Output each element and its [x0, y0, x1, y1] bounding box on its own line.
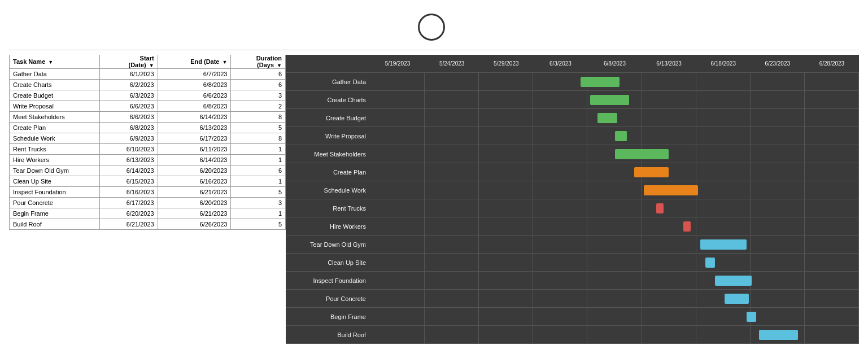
task-start-cell: 6/8/2023 [100, 123, 158, 133]
gantt-row-label: Create Charts [286, 97, 370, 103]
gantt-bar [683, 221, 691, 232]
task-name-cell: Tear Down Old Gym [10, 165, 100, 176]
gantt-chart: 5/19/20235/24/20235/29/20236/3/20236/8/2… [286, 55, 859, 344]
task-start-cell: 6/3/2023 [100, 90, 158, 101]
gantt-row: Gather Data [286, 73, 859, 91]
gantt-row-label: Gather Data [286, 78, 370, 85]
gantt-row: Clean Up Site [286, 254, 859, 272]
task-name-cell: Clean Up Site [10, 176, 100, 187]
task-name-cell: Rent Trucks [10, 144, 100, 155]
col-end: End (Date ▼ [158, 55, 231, 69]
task-start-cell: 6/6/2023 [100, 112, 158, 123]
gantt-bar [644, 185, 697, 195]
gantt-bar [597, 113, 617, 123]
gantt-row-label: Inspect Foundation [286, 277, 370, 284]
gantt-row: Build Roof [286, 326, 859, 344]
task-end-cell: 6/21/2023 [158, 187, 231, 198]
gantt-date-label: 5/24/2023 [425, 60, 479, 67]
task-end-cell: 6/6/2023 [158, 90, 231, 101]
task-end-cell: 6/16/2023 [158, 176, 231, 187]
task-start-cell: 6/6/2023 [100, 101, 158, 112]
task-start-cell: 6/17/2023 [100, 198, 158, 208]
task-duration-cell: 5 [231, 219, 286, 230]
task-duration-cell: 8 [231, 112, 286, 123]
gantt-bar-area [370, 272, 859, 289]
gantt-row: Hire Workers [286, 217, 859, 235]
task-duration-cell: 3 [231, 90, 286, 101]
task-name-cell: Create Plan [10, 123, 100, 133]
task-end-cell: 6/20/2023 [158, 198, 231, 208]
gantt-date-label: 6/13/2023 [642, 60, 696, 67]
table-row: Create Charts 6/2/2023 6/8/2023 6 [10, 80, 286, 90]
task-duration-cell: 2 [231, 101, 286, 112]
gantt-row-label: Write Proposal [286, 133, 370, 139]
task-start-cell: 6/2/2023 [100, 80, 158, 90]
gantt-bar [581, 77, 620, 87]
table-row: Clean Up Site 6/15/2023 6/16/2023 1 [10, 176, 286, 187]
gantt-row: Begin Frame [286, 308, 859, 326]
brand-logo [418, 14, 445, 41]
table-row: Meet Stakeholders 6/6/2023 6/14/2023 8 [10, 112, 286, 123]
task-duration-cell: 6 [231, 165, 286, 176]
table-row: Write Proposal 6/6/2023 6/8/2023 2 [10, 101, 286, 112]
task-start-cell: 6/20/2023 [100, 208, 158, 219]
gantt-bar [634, 167, 669, 177]
task-end-cell: 6/11/2023 [158, 144, 231, 155]
gantt-row-label: Rent Trucks [286, 205, 370, 212]
gantt-bar-area [370, 73, 859, 90]
task-name-cell: Build Roof [10, 219, 100, 230]
gantt-bar-area [370, 181, 859, 199]
table-row: Create Budget 6/3/2023 6/6/2023 3 [10, 90, 286, 101]
task-start-cell: 6/1/2023 [100, 69, 158, 80]
task-duration-cell: 8 [231, 133, 286, 144]
task-start-cell: 6/15/2023 [100, 176, 158, 187]
task-end-cell: 6/26/2023 [158, 219, 231, 230]
task-name-cell: Create Charts [10, 80, 100, 90]
task-start-cell: 6/9/2023 [100, 133, 158, 144]
table-row: Hire Workers 6/13/2023 6/14/2023 1 [10, 155, 286, 165]
gantt-row-label: Meet Stakeholders [286, 151, 370, 158]
gantt-row-label: Build Roof [286, 332, 370, 338]
gantt-date-label: 5/29/2023 [479, 60, 533, 67]
gantt-bar [725, 294, 749, 304]
gantt-bar-area [370, 109, 859, 127]
gantt-date-label: 6/18/2023 [696, 60, 751, 67]
gantt-date-label: 6/8/2023 [587, 60, 642, 67]
task-duration-cell: 3 [231, 198, 286, 208]
task-table-section: Task Name ▼ Start(Date) ▼ End (Date ▼ Du… [9, 55, 286, 344]
gantt-row: Create Charts [286, 91, 859, 109]
task-start-cell: 6/16/2023 [100, 187, 158, 198]
task-duration-cell: 1 [231, 176, 286, 187]
task-duration-cell: 1 [231, 144, 286, 155]
gantt-row-label: Clean Up Site [286, 259, 370, 266]
task-end-cell: 6/13/2023 [158, 123, 231, 133]
gantt-bar-area [370, 290, 859, 307]
task-start-cell: 6/10/2023 [100, 144, 158, 155]
gantt-bar [747, 312, 756, 322]
task-name-cell: Gather Data [10, 69, 100, 80]
main-content: Task Name ▼ Start(Date) ▼ End (Date ▼ Du… [0, 55, 868, 353]
table-row: Rent Trucks 6/10/2023 6/11/2023 1 [10, 144, 286, 155]
gantt-bar [615, 149, 669, 159]
task-name-cell: Pour Concrete [10, 198, 100, 208]
gantt-row-label: Begin Frame [286, 313, 370, 320]
task-duration-cell: 5 [231, 123, 286, 133]
task-duration-cell: 5 [231, 187, 286, 198]
table-row: Begin Frame 6/20/2023 6/21/2023 1 [10, 208, 286, 219]
table-row: Pour Concrete 6/17/2023 6/20/2023 3 [10, 198, 286, 208]
col-task-name: Task Name ▼ [10, 55, 100, 69]
task-end-cell: 6/8/2023 [158, 80, 231, 90]
table-row: Inspect Foundation 6/16/2023 6/21/2023 5 [10, 187, 286, 198]
table-row: Tear Down Old Gym 6/14/2023 6/20/2023 6 [10, 165, 286, 176]
gantt-bar [590, 95, 629, 105]
gantt-bar-area [370, 217, 859, 235]
gantt-row-label: Hire Workers [286, 223, 370, 230]
task-end-cell: 6/8/2023 [158, 101, 231, 112]
task-name-cell: Write Proposal [10, 101, 100, 112]
page-header [0, 0, 868, 9]
gantt-row: Write Proposal [286, 127, 859, 145]
gantt-row: Schedule Work [286, 181, 859, 199]
task-duration-cell: 6 [231, 80, 286, 90]
gantt-row: Pour Concrete [286, 290, 859, 308]
gantt-bar-area [370, 127, 859, 145]
